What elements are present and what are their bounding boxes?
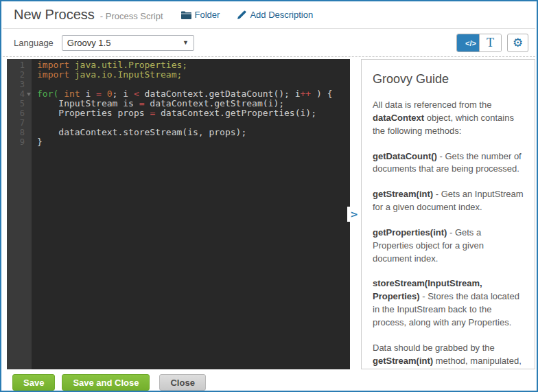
line-number: 8: [7, 128, 32, 137]
gear-icon: ⚙: [513, 36, 523, 50]
settings-gear-button[interactable]: ⚙: [507, 34, 528, 52]
line-number: 5: [7, 99, 32, 108]
text-view-icon: T: [487, 36, 494, 50]
process-script-window: New Process - Process Script Folder Add …: [0, 0, 538, 392]
folder-link-label: Folder: [195, 10, 220, 20]
code-line: for( int i = 0; i < dataContext.getDataC…: [37, 89, 350, 99]
line-number: 9: [7, 137, 32, 147]
view-toggle-group: </> T: [456, 34, 502, 52]
toolbar: Language Groovy 1.5 ▼ </> T ⚙: [3, 29, 535, 57]
guide-paragraph: All data is referenced from the dataCont…: [373, 99, 524, 138]
code-line: Properties props = dataContext.getProper…: [37, 108, 350, 118]
editor-gutter: 123456789: [7, 59, 32, 369]
page-subtitle: - Process Script: [100, 11, 163, 21]
editor-code[interactable]: import java.util.Properties;import java.…: [32, 59, 350, 369]
language-select[interactable]: Groovy 1.5 ▼: [62, 35, 194, 51]
code-view-button[interactable]: </>: [457, 34, 479, 51]
code-line: import java.io.InputStream;: [37, 70, 350, 80]
code-line: [37, 118, 350, 128]
line-number: 6: [7, 108, 32, 118]
code-view-icon: </>: [465, 39, 476, 47]
language-label: Language: [14, 38, 54, 48]
guide-panel: Groovy Guide All data is referenced from…: [361, 59, 535, 369]
folder-link[interactable]: Folder: [181, 10, 220, 20]
code-editor: 123456789 import java.util.Properties;im…: [7, 59, 350, 369]
save-button[interactable]: Save: [12, 374, 55, 391]
pencil-icon: [237, 10, 246, 19]
fold-marker-icon[interactable]: [27, 93, 31, 96]
add-description-link-label: Add Description: [250, 10, 313, 20]
add-description-link[interactable]: Add Description: [237, 10, 313, 20]
code-line: import java.util.Properties;: [37, 60, 350, 70]
text-view-button[interactable]: T: [479, 34, 501, 51]
collapse-guide-chevron[interactable]: >: [347, 207, 361, 222]
line-number: 4: [7, 89, 32, 99]
guide-paragraph: getDataCount() - Gets the number of docu…: [373, 150, 524, 176]
line-number: 2: [7, 70, 32, 80]
chevron-down-icon: ▼: [183, 39, 189, 46]
guide-paragraph: storeStream(InputStream, Properties) - S…: [373, 277, 524, 329]
line-number: 1: [7, 60, 32, 70]
guide-paragraph: getProperties(int) - Gets a Properties o…: [373, 227, 524, 266]
footer: Save Save and Close Close: [12, 374, 206, 391]
line-number: 7: [7, 118, 32, 128]
code-line: [37, 80, 350, 89]
code-line: dataContext.storeStream(is, props);: [37, 128, 350, 137]
guide-title: Groovy Guide: [373, 72, 524, 87]
folder-icon: [181, 11, 191, 19]
close-button[interactable]: Close: [159, 374, 205, 391]
guide-paragraph: Data should be grabbed by the getStream(…: [373, 342, 524, 369]
page-title: New Process: [14, 7, 95, 23]
guide-paragraphs: All data is referenced from the dataCont…: [373, 99, 524, 369]
guide-paragraph: getStream(int) - Gets an InputStream for…: [373, 188, 524, 214]
code-line: }: [37, 137, 350, 147]
save-and-close-button[interactable]: Save and Close: [62, 374, 150, 391]
header: New Process - Process Script Folder Add …: [3, 1, 535, 29]
language-select-value: Groovy 1.5: [67, 38, 111, 48]
line-number: 3: [7, 80, 32, 89]
code-line: InputStream is = dataContext.getStream(i…: [37, 99, 350, 108]
